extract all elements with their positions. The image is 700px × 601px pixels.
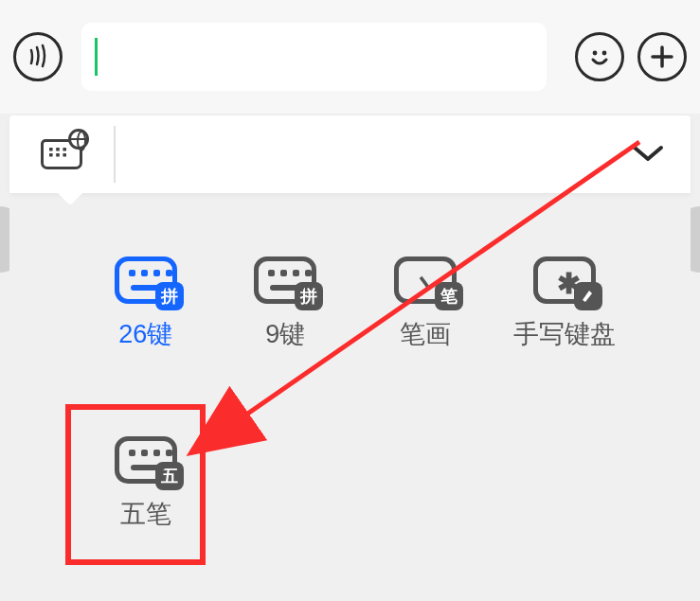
ime-pointer-notch bbox=[57, 192, 83, 205]
layout-option-handwrite[interactable]: ✱ 手写键盘 bbox=[495, 256, 636, 351]
plus-icon bbox=[648, 43, 676, 71]
separator bbox=[114, 126, 116, 183]
chevron-down-icon bbox=[632, 144, 664, 165]
ime-collapse-button[interactable] bbox=[605, 115, 691, 193]
keyboard-layout-panel: 拼 26键 拼 9键 丶 笔 笔画 ✱ bbox=[9, 204, 691, 601]
voice-icon bbox=[24, 43, 52, 71]
emoji-button[interactable] bbox=[575, 32, 624, 81]
layout-option-26key[interactable]: 拼 26键 bbox=[76, 256, 216, 351]
annotation-highlight-box bbox=[65, 404, 206, 565]
keyboard-icon: ✱ bbox=[533, 256, 596, 304]
keyboard-badge: 笔 bbox=[435, 282, 463, 310]
plus-button[interactable] bbox=[637, 32, 687, 81]
emoji-icon bbox=[584, 42, 615, 72]
layout-option-label: 手写键盘 bbox=[513, 317, 616, 351]
layout-option-label: 26键 bbox=[118, 317, 172, 351]
layout-option-9key[interactable]: 拼 9键 bbox=[216, 256, 356, 351]
layout-option-stroke[interactable]: 丶 笔 笔画 bbox=[355, 256, 495, 351]
svg-point-0 bbox=[593, 51, 598, 56]
message-input-bar bbox=[0, 0, 700, 114]
svg-point-1 bbox=[602, 51, 607, 56]
ime-candidate-bar bbox=[9, 115, 691, 193]
keyboard-icon: 拼 bbox=[254, 256, 316, 304]
ime-switch-button[interactable] bbox=[9, 115, 114, 193]
keyboard-icon: 丶 笔 bbox=[394, 256, 457, 304]
keyboard-icon: 拼 bbox=[115, 256, 177, 304]
globe-keyboard-icon bbox=[41, 139, 82, 169]
voice-button[interactable] bbox=[13, 32, 63, 81]
keyboard-badge: 拼 bbox=[155, 282, 184, 310]
layout-option-label: 9键 bbox=[265, 317, 305, 351]
text-caret bbox=[95, 38, 98, 76]
message-input[interactable] bbox=[81, 23, 547, 91]
layout-option-label: 笔画 bbox=[400, 317, 451, 351]
keyboard-badge: 拼 bbox=[295, 282, 323, 310]
keyboard-badge bbox=[574, 282, 602, 310]
